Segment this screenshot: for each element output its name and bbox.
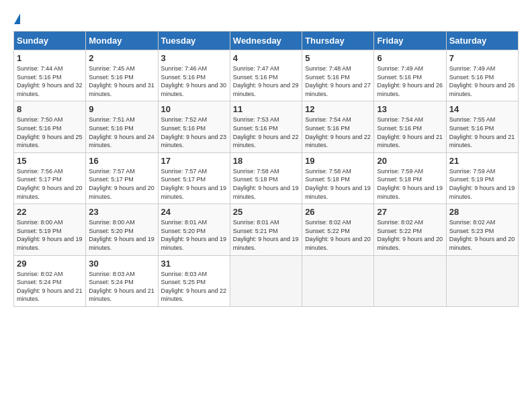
day-number: 17 <box>161 156 227 166</box>
day-info: Sunrise: 8:02 AMSunset: 5:22 PMDaylight:… <box>305 219 371 251</box>
calendar-cell <box>302 255 374 306</box>
calendar-cell: 3 Sunrise: 7:46 AMSunset: 5:16 PMDayligh… <box>158 50 230 101</box>
day-number: 29 <box>17 259 83 269</box>
calendar-cell: 12 Sunrise: 7:54 AMSunset: 5:16 PMDaylig… <box>302 101 374 152</box>
day-info: Sunrise: 7:55 AMSunset: 5:16 PMDaylight:… <box>449 116 515 148</box>
calendar-cell: 16 Sunrise: 7:57 AMSunset: 5:17 PMDaylig… <box>86 152 158 203</box>
calendar-cell <box>374 255 446 306</box>
column-header-thursday: Thursday <box>302 32 374 50</box>
calendar-table: SundayMondayTuesdayWednesdayThursdayFrid… <box>13 31 519 307</box>
day-info: Sunrise: 8:02 AMSunset: 5:23 PMDaylight:… <box>449 219 515 251</box>
calendar-cell: 17 Sunrise: 7:57 AMSunset: 5:17 PMDaylig… <box>158 152 230 203</box>
column-header-friday: Friday <box>374 32 446 50</box>
day-info: Sunrise: 7:54 AMSunset: 5:16 PMDaylight:… <box>305 116 371 148</box>
calendar-cell: 24 Sunrise: 8:01 AMSunset: 5:20 PMDaylig… <box>158 204 230 255</box>
calendar-cell: 10 Sunrise: 7:52 AMSunset: 5:16 PMDaylig… <box>158 101 230 152</box>
calendar-cell: 13 Sunrise: 7:54 AMSunset: 5:16 PMDaylig… <box>374 101 446 152</box>
day-number: 1 <box>17 53 83 63</box>
day-number: 20 <box>377 156 443 166</box>
day-number: 2 <box>89 53 154 63</box>
day-number: 15 <box>17 156 83 166</box>
day-info: Sunrise: 8:02 AMSunset: 5:24 PMDaylight:… <box>17 271 83 303</box>
calendar-cell: 19 Sunrise: 7:58 AMSunset: 5:18 PMDaylig… <box>302 152 374 203</box>
day-number: 3 <box>161 53 227 63</box>
calendar-cell: 9 Sunrise: 7:51 AMSunset: 5:16 PMDayligh… <box>86 101 158 152</box>
calendar-cell: 26 Sunrise: 8:02 AMSunset: 5:22 PMDaylig… <box>302 204 374 255</box>
calendar-week-1: 1 Sunrise: 7:44 AMSunset: 5:16 PMDayligh… <box>14 50 519 101</box>
calendar-cell: 21 Sunrise: 7:59 AMSunset: 5:19 PMDaylig… <box>446 152 518 203</box>
calendar-cell: 5 Sunrise: 7:48 AMSunset: 5:16 PMDayligh… <box>302 50 374 101</box>
calendar-cell: 23 Sunrise: 8:00 AMSunset: 5:20 PMDaylig… <box>86 204 158 255</box>
day-info: Sunrise: 7:57 AMSunset: 5:17 PMDaylight:… <box>161 168 227 200</box>
column-header-wednesday: Wednesday <box>230 32 302 50</box>
calendar-cell: 27 Sunrise: 8:02 AMSunset: 5:22 PMDaylig… <box>374 204 446 255</box>
column-header-sunday: Sunday <box>14 32 86 50</box>
day-number: 28 <box>449 207 515 217</box>
day-info: Sunrise: 7:48 AMSunset: 5:16 PMDaylight:… <box>305 65 371 97</box>
day-info: Sunrise: 7:52 AMSunset: 5:16 PMDaylight:… <box>161 116 227 148</box>
calendar-cell: 20 Sunrise: 7:59 AMSunset: 5:18 PMDaylig… <box>374 152 446 203</box>
day-info: Sunrise: 7:45 AMSunset: 5:16 PMDaylight:… <box>89 65 154 97</box>
column-header-saturday: Saturday <box>446 32 518 50</box>
day-info: Sunrise: 7:53 AMSunset: 5:16 PMDaylight:… <box>233 116 299 148</box>
day-number: 16 <box>89 156 154 166</box>
day-number: 22 <box>17 207 83 217</box>
calendar-cell: 7 Sunrise: 7:49 AMSunset: 5:16 PMDayligh… <box>446 50 518 101</box>
logo-triangle-icon <box>14 13 20 24</box>
day-info: Sunrise: 7:47 AMSunset: 5:16 PMDaylight:… <box>233 65 299 97</box>
day-number: 25 <box>233 207 299 217</box>
calendar-cell: 2 Sunrise: 7:45 AMSunset: 5:16 PMDayligh… <box>86 50 158 101</box>
calendar-cell <box>446 255 518 306</box>
day-info: Sunrise: 7:57 AMSunset: 5:17 PMDaylight:… <box>89 168 154 200</box>
day-number: 7 <box>449 53 515 63</box>
calendar-cell: 25 Sunrise: 8:01 AMSunset: 5:21 PMDaylig… <box>230 204 302 255</box>
calendar-cell: 6 Sunrise: 7:49 AMSunset: 5:16 PMDayligh… <box>374 50 446 101</box>
calendar-week-4: 22 Sunrise: 8:00 AMSunset: 5:19 PMDaylig… <box>14 204 519 255</box>
day-info: Sunrise: 8:00 AMSunset: 5:19 PMDaylight:… <box>17 219 83 251</box>
day-info: Sunrise: 8:01 AMSunset: 5:21 PMDaylight:… <box>233 219 299 251</box>
calendar-week-5: 29 Sunrise: 8:02 AMSunset: 5:24 PMDaylig… <box>14 255 519 306</box>
day-info: Sunrise: 8:03 AMSunset: 5:25 PMDaylight:… <box>161 271 227 303</box>
page-header <box>13 13 519 24</box>
calendar-cell: 1 Sunrise: 7:44 AMSunset: 5:16 PMDayligh… <box>14 50 86 101</box>
day-number: 5 <box>305 53 371 63</box>
column-header-monday: Monday <box>86 32 158 50</box>
day-info: Sunrise: 7:59 AMSunset: 5:18 PMDaylight:… <box>377 168 443 200</box>
day-number: 23 <box>89 207 154 217</box>
calendar-cell: 31 Sunrise: 8:03 AMSunset: 5:25 PMDaylig… <box>158 255 230 306</box>
day-number: 13 <box>377 104 443 114</box>
day-number: 26 <box>305 207 371 217</box>
day-number: 6 <box>377 53 443 63</box>
day-number: 19 <box>305 156 371 166</box>
day-number: 12 <box>305 104 371 114</box>
day-info: Sunrise: 7:58 AMSunset: 5:18 PMDaylight:… <box>233 168 299 200</box>
day-number: 10 <box>161 104 227 114</box>
day-number: 21 <box>449 156 515 166</box>
day-number: 8 <box>17 104 83 114</box>
calendar-cell: 11 Sunrise: 7:53 AMSunset: 5:16 PMDaylig… <box>230 101 302 152</box>
day-number: 18 <box>233 156 299 166</box>
day-number: 24 <box>161 207 227 217</box>
day-info: Sunrise: 7:44 AMSunset: 5:16 PMDaylight:… <box>17 65 83 97</box>
column-header-tuesday: Tuesday <box>158 32 230 50</box>
calendar-cell: 30 Sunrise: 8:03 AMSunset: 5:24 PMDaylig… <box>86 255 158 306</box>
calendar-week-2: 8 Sunrise: 7:50 AMSunset: 5:16 PMDayligh… <box>14 101 519 152</box>
day-number: 30 <box>89 259 154 269</box>
logo <box>13 13 20 24</box>
calendar-cell: 4 Sunrise: 7:47 AMSunset: 5:16 PMDayligh… <box>230 50 302 101</box>
day-number: 9 <box>89 104 154 114</box>
day-info: Sunrise: 7:58 AMSunset: 5:18 PMDaylight:… <box>305 168 371 200</box>
calendar-cell: 29 Sunrise: 8:02 AMSunset: 5:24 PMDaylig… <box>14 255 86 306</box>
calendar-cell: 15 Sunrise: 7:56 AMSunset: 5:17 PMDaylig… <box>14 152 86 203</box>
calendar-cell: 22 Sunrise: 8:00 AMSunset: 5:19 PMDaylig… <box>14 204 86 255</box>
day-info: Sunrise: 8:03 AMSunset: 5:24 PMDaylight:… <box>89 271 154 303</box>
day-info: Sunrise: 8:00 AMSunset: 5:20 PMDaylight:… <box>89 219 154 251</box>
day-info: Sunrise: 8:02 AMSunset: 5:22 PMDaylight:… <box>377 219 443 251</box>
day-info: Sunrise: 7:46 AMSunset: 5:16 PMDaylight:… <box>161 65 227 97</box>
day-info: Sunrise: 7:59 AMSunset: 5:19 PMDaylight:… <box>449 168 515 200</box>
calendar-cell: 18 Sunrise: 7:58 AMSunset: 5:18 PMDaylig… <box>230 152 302 203</box>
day-number: 27 <box>377 207 443 217</box>
day-number: 14 <box>449 104 515 114</box>
day-info: Sunrise: 7:50 AMSunset: 5:16 PMDaylight:… <box>17 116 83 148</box>
day-number: 4 <box>233 53 299 63</box>
